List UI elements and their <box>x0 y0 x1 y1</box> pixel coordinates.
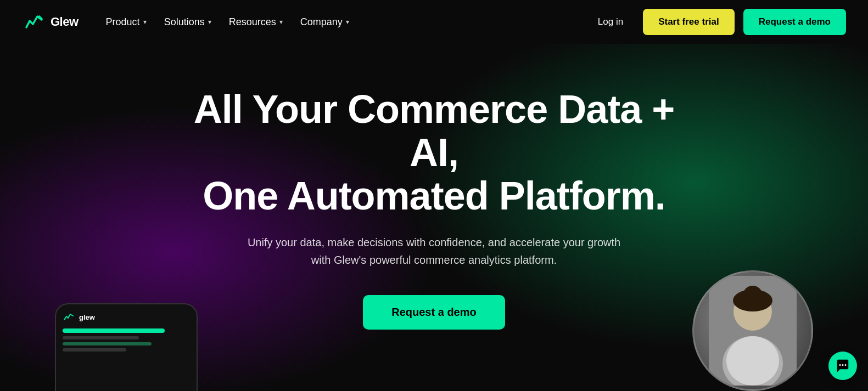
hero-title: All Your Commerce Data + AI, One Automat… <box>187 88 681 218</box>
nav-right: Log in Start free trial Request a demo <box>587 9 846 35</box>
hero-content: All Your Commerce Data + AI, One Automat… <box>187 88 681 330</box>
svg-point-8 <box>743 286 763 305</box>
glew-logo-icon <box>22 10 46 34</box>
hero-title-line2: One Automated Platform. <box>203 174 665 218</box>
hero-subtitle: Unify your data, make decisions with con… <box>248 234 621 269</box>
navbar: Glew Product ▾ Solutions ▾ Resources ▾ C… <box>0 0 868 44</box>
chat-icon <box>836 359 850 373</box>
nav-label-product: Product <box>106 16 140 28</box>
login-button[interactable]: Log in <box>587 10 634 34</box>
svg-point-9 <box>839 364 841 366</box>
nav-item-solutions[interactable]: Solutions ▾ <box>156 11 219 33</box>
nav-label-resources: Resources <box>229 16 276 28</box>
nav-label-company: Company <box>300 16 343 28</box>
phone-bar-3 <box>63 342 152 345</box>
svg-point-10 <box>842 364 844 366</box>
phone-header: glew <box>63 311 190 323</box>
request-demo-nav-button[interactable]: Request a demo <box>743 9 846 35</box>
chevron-down-icon: ▾ <box>346 18 349 26</box>
request-demo-hero-button[interactable]: Request a demo <box>363 295 505 330</box>
logo[interactable]: Glew <box>22 10 79 34</box>
chat-bubble-button[interactable] <box>828 352 857 380</box>
phone-mockup: glew <box>55 303 198 391</box>
logo-text: Glew <box>51 15 79 29</box>
person-circle <box>692 270 813 391</box>
nav-item-resources[interactable]: Resources ▾ <box>221 11 290 33</box>
phone-bar-2 <box>63 336 139 339</box>
chevron-down-icon: ▾ <box>208 18 211 26</box>
hero-section: All Your Commerce Data + AI, One Automat… <box>0 44 868 391</box>
nav-item-product[interactable]: Product ▾ <box>98 11 154 33</box>
nav-label-solutions: Solutions <box>164 16 205 28</box>
chevron-down-icon: ▾ <box>143 18 147 26</box>
nav-item-company[interactable]: Company ▾ <box>293 11 357 33</box>
person-image <box>709 276 797 386</box>
hero-title-line1: All Your Commerce Data + AI, <box>194 87 675 174</box>
phone-glew-logo-icon <box>63 311 75 323</box>
chevron-down-icon: ▾ <box>279 18 283 26</box>
phone-bar-1 <box>63 328 165 333</box>
nav-menu: Product ▾ Solutions ▾ Resources ▾ Compan… <box>98 11 357 33</box>
nav-left: Glew Product ▾ Solutions ▾ Resources ▾ C… <box>22 10 357 34</box>
svg-point-11 <box>845 364 847 366</box>
phone-logo-text: glew <box>79 313 95 321</box>
svg-point-6 <box>726 336 779 386</box>
start-trial-button[interactable]: Start free trial <box>643 9 735 35</box>
phone-bar-4 <box>63 348 126 352</box>
